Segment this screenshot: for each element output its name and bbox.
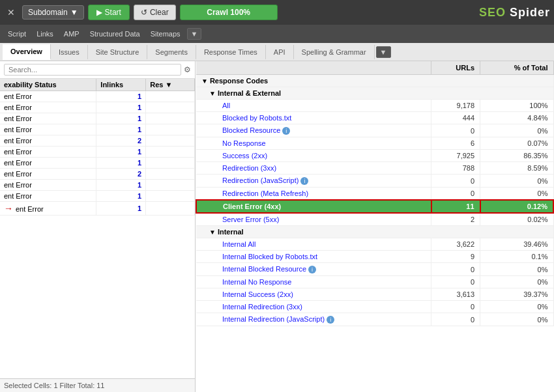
info-icon[interactable]: i <box>308 266 316 273</box>
tab-segments[interactable]: Segments <box>147 45 196 59</box>
nav-item-links[interactable]: Links <box>31 27 59 40</box>
table-row[interactable]: No Response60.07% <box>196 137 553 150</box>
table-row[interactable]: Redirection (JavaScript)i00% <box>196 175 553 188</box>
table-row[interactable]: ent Error2 <box>0 169 195 180</box>
cell-label[interactable]: No Response <box>196 137 431 150</box>
cell-label[interactable]: Internal Success (2xx) <box>196 288 431 301</box>
cell-pct: 4.84% <box>480 112 553 124</box>
right-col-pct: % of Total <box>480 61 553 75</box>
table-row[interactable]: → ent Error1 <box>0 202 195 216</box>
table-row[interactable]: ent Error1 <box>0 91 195 102</box>
left-table: exability Status Inlinks Res ▼ ent Error… <box>0 79 195 378</box>
cell-label[interactable]: Internal Redirection (JavaScript)i <box>196 313 431 326</box>
mode-dropdown[interactable]: Subdomain ▼ <box>22 5 84 20</box>
cell-label[interactable]: Internal All <box>196 238 431 251</box>
left-panel: ⚙ exability Status Inlinks Res ▼ ent Err… <box>0 61 196 392</box>
cell-urls: 7,925 <box>431 150 480 162</box>
cell-label[interactable]: Blocked Resourcei <box>196 124 431 137</box>
info-icon[interactable]: i <box>327 316 334 324</box>
close-button[interactable]: ✕ <box>4 6 18 19</box>
table-row[interactable]: ent Error1 <box>0 158 195 169</box>
cell-label[interactable]: Internal Redirection (3xx) <box>196 301 431 313</box>
table-row[interactable]: All9,178100% <box>196 100 553 112</box>
table-row[interactable]: ent Error1 <box>0 102 195 113</box>
cell-pct: 0% <box>480 188 553 201</box>
cell-pct: 0% <box>480 124 553 137</box>
nav-item-amp[interactable]: AMP <box>59 27 85 40</box>
cell-pct: 0% <box>480 313 553 326</box>
cell-urls: 3,622 <box>431 238 480 251</box>
table-row[interactable]: Blocked Resourcei00% <box>196 124 553 137</box>
clear-button[interactable]: ↺ Clear <box>134 5 176 20</box>
table-row[interactable]: Internal No Response00% <box>196 276 553 288</box>
cell-inlinks: 1 <box>96 147 146 158</box>
cell-label[interactable]: Internal No Response <box>196 276 431 288</box>
cell-status: ent Error <box>0 169 96 180</box>
cell-urls: 0 <box>431 263 480 276</box>
cell-urls: 0 <box>431 313 480 326</box>
tab-api[interactable]: API <box>266 45 294 59</box>
search-input[interactable] <box>4 64 181 76</box>
table-row[interactable]: Internal Success (2xx)3,61339.37% <box>196 288 553 301</box>
cell-label[interactable]: Redirection (3xx) <box>196 162 431 175</box>
cell-res <box>146 147 195 158</box>
tab-issues[interactable]: Issues <box>51 45 88 59</box>
tabs-more-button[interactable]: ▼ <box>376 46 391 58</box>
arrow-icon: → <box>4 203 16 214</box>
cell-label[interactable]: Success (2xx) <box>196 150 431 162</box>
table-row[interactable]: Internal Blocked Resourcei00% <box>196 263 553 276</box>
table-row[interactable]: ent Error1 <box>0 147 195 158</box>
cell-urls: 444 <box>431 112 480 124</box>
table-row[interactable]: ▼Response Codes <box>196 75 553 87</box>
cell-urls: 788 <box>431 162 480 175</box>
table-row[interactable]: Server Error (5xx)20.02% <box>196 213 553 226</box>
table-row[interactable]: Redirection (Meta Refresh)00% <box>196 188 553 201</box>
nav-item-structured-data[interactable]: Structured Data <box>85 27 145 40</box>
cell-label[interactable]: Client Error (4xx) <box>196 200 431 213</box>
table-row[interactable]: Internal Redirection (3xx)00% <box>196 301 553 313</box>
table-row[interactable]: ent Error1 <box>0 113 195 124</box>
table-row[interactable]: Internal Redirection (JavaScript)i00% <box>196 313 553 326</box>
table-row[interactable]: ent Error1 <box>0 191 195 202</box>
cell-pct: 0% <box>480 276 553 288</box>
cell-res <box>146 180 195 191</box>
table-row[interactable]: Internal All3,62239.46% <box>196 238 553 251</box>
info-icon[interactable]: i <box>282 127 290 135</box>
subsection-header-label: ▼Internal <box>196 226 553 238</box>
nav-item-sitemaps[interactable]: Sitemaps <box>145 27 186 40</box>
table-row[interactable]: Blocked by Robots.txt4444.84% <box>196 112 553 124</box>
tab-response-times[interactable]: Response Times <box>196 45 266 59</box>
cell-urls: 0 <box>431 276 480 288</box>
cell-inlinks: 1 <box>96 158 146 169</box>
tab-spelling-grammar[interactable]: Spelling & Grammar <box>294 45 375 59</box>
cell-label[interactable]: Redirection (Meta Refresh) <box>196 188 431 201</box>
cell-label[interactable]: Internal Blocked Resourcei <box>196 263 431 276</box>
filter-icon[interactable]: ⚙ <box>184 65 191 74</box>
table-row[interactable]: Success (2xx)7,92586.35% <box>196 150 553 162</box>
cell-label[interactable]: Server Error (5xx) <box>196 213 431 226</box>
cell-urls: 0 <box>431 175 480 188</box>
table-row[interactable]: ent Error1 <box>0 124 195 135</box>
tab-site-structure[interactable]: Site Structure <box>88 45 148 59</box>
table-row[interactable]: ▼Internal & External <box>196 87 553 100</box>
cell-label[interactable]: All <box>196 100 431 112</box>
info-icon[interactable]: i <box>300 177 308 185</box>
start-button[interactable]: ▶ Start <box>88 5 130 20</box>
cell-urls: 0 <box>431 124 480 137</box>
right-table-wrapper: URLs % of Total ▼Response Codes▼Internal… <box>196 61 554 392</box>
table-row[interactable]: Internal Blocked by Robots.txt90.1% <box>196 251 553 263</box>
nav-item-script[interactable]: Script <box>3 27 31 40</box>
table-row[interactable]: Client Error (4xx)110.12% <box>196 200 553 213</box>
cell-label[interactable]: Blocked by Robots.txt <box>196 112 431 124</box>
table-row[interactable]: ▼Internal <box>196 226 553 238</box>
cell-label[interactable]: Redirection (JavaScript)i <box>196 175 431 188</box>
cell-status: ent Error <box>0 102 96 113</box>
cell-res <box>146 169 195 180</box>
tab-overview[interactable]: Overview <box>3 44 51 60</box>
table-row[interactable]: ent Error1 <box>0 180 195 191</box>
table-row[interactable]: Redirection (3xx)7888.59% <box>196 162 553 175</box>
cell-urls: 9 <box>431 251 480 263</box>
table-row[interactable]: ent Error2 <box>0 135 195 147</box>
cell-label[interactable]: Internal Blocked by Robots.txt <box>196 251 431 263</box>
nav-more-button[interactable]: ▼ <box>187 28 202 40</box>
